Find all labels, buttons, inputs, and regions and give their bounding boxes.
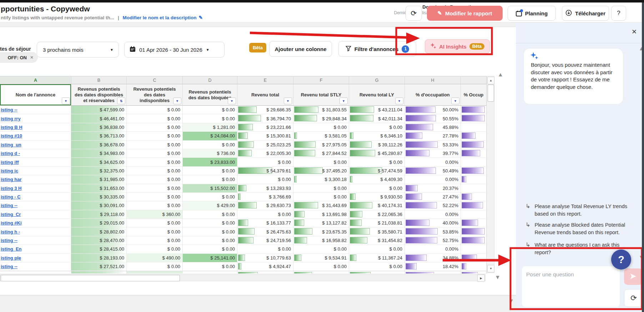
column-filter-dropdown[interactable]: ▼ (451, 97, 459, 104)
column-letter[interactable]: H (405, 76, 461, 84)
rev-total-ly-cell: $ 0.00 (349, 184, 405, 193)
help-bubble-button[interactable]: ? (611, 250, 631, 270)
column-header[interactable]: % d'occupation▼ (405, 84, 461, 106)
listing-link[interactable]: isting iff (1, 160, 19, 165)
occupancy-data-bar (462, 106, 485, 113)
listing-link[interactable]: isting 3 H (1, 186, 22, 191)
column-letter[interactable]: E (237, 76, 293, 84)
ai-insights-button[interactable]: AI Insights Bêta (425, 39, 490, 54)
listing-link[interactable]: isting B H (1, 125, 22, 130)
occupancy-cell: 20.37% (405, 184, 461, 193)
rev-potential-blocked-cell: $ 0.00 (183, 210, 237, 219)
rev-potential-blocked-cell: $ 24,084.00 (183, 132, 237, 140)
column-filter-dropdown[interactable]: ▼ (395, 97, 403, 104)
send-question-button[interactable] (624, 268, 643, 285)
column-header[interactable]: Revenu total STLY▼ (293, 84, 349, 106)
listing-link[interactable]: isting -- (1, 264, 17, 269)
occupancy-cell: 52.75% (405, 236, 461, 245)
column-filter-dropdown[interactable]: ▼ (62, 97, 70, 104)
column-header-label: Revenu total LY (359, 92, 394, 98)
occupancy-data-bar (406, 255, 427, 261)
remove-filter-icon[interactable]: ✕ (30, 55, 34, 60)
period-select[interactable]: 3 prochains mois ▼ (37, 42, 119, 57)
occupancy-2-cell (461, 167, 487, 175)
scroll-down-button[interactable]: ▼ (487, 265, 494, 272)
listing-link[interactable]: isting d - (1, 151, 20, 156)
vertical-scroll-thumb[interactable] (488, 85, 494, 102)
rev-potential-available-cell: $ 31,985.00 (71, 175, 127, 184)
revenue-data-bar (350, 167, 382, 174)
date-range-select[interactable]: 01 Apr 2026 - 30 Jun 2026 ▼ (124, 42, 225, 57)
column-letter[interactable]: B (71, 76, 127, 84)
listing-link[interactable]: isting_Cr (1, 212, 21, 217)
listing-link[interactable]: isting_un (1, 142, 21, 147)
listing-link[interactable]: isting rry (1, 116, 21, 121)
listing-link[interactable]: isting har (1, 177, 22, 182)
column-header[interactable]: Revenu total LY▼ (349, 84, 405, 106)
revenue-data-bar (238, 263, 241, 270)
listing-link[interactable]: isting -- (1, 107, 17, 112)
occupancy-data-bar (462, 141, 484, 148)
column-filter-dropdown[interactable]: ▼ (339, 97, 348, 104)
column-header[interactable]: % Occup (461, 84, 487, 106)
listing-filter-button[interactable]: Filtre d'annonces 1 (338, 41, 416, 57)
column-header[interactable]: Revenu total▼ (237, 84, 293, 106)
listing-link[interactable]: isting -- (1, 238, 17, 243)
listing-link[interactable]: isting ic (1, 168, 18, 173)
revenue-data-bar (238, 150, 252, 156)
listing-link[interactable]: isting #10 (1, 133, 22, 139)
column-header[interactable]: Revenus potentiels des dates indisponibl… (127, 84, 183, 106)
column-filter-dropdown[interactable]: ▼ (173, 97, 181, 104)
active-filter-chip[interactable]: OFF: ON ✕ (0, 52, 38, 63)
add-column-button[interactable]: Ajouter une colonne (269, 41, 332, 57)
column-filter-dropdown[interactable]: ▼ (284, 97, 292, 104)
rev-potential-unavailable-cell: $ 0.00 (127, 132, 183, 140)
column-header[interactable]: Revenus potentiels des dates bloquées▼ (183, 84, 237, 106)
column-letter[interactable]: A (0, 76, 71, 84)
column-header[interactable]: Revenus potentiels des dates disponibles… (71, 84, 127, 106)
sort-icon[interactable]: ⇅ (117, 97, 125, 104)
chat-refresh-button[interactable]: ⟳ (624, 289, 643, 307)
column-filter-dropdown[interactable]: ▼ (228, 97, 236, 104)
column-letter[interactable] (461, 76, 487, 84)
column-letter[interactable]: G (349, 76, 405, 84)
suggested-question[interactable]: ↳ Please analyse Total Revenue LY trends… (525, 203, 630, 218)
edit-report-button[interactable]: ✎ Modifier le rapport (427, 6, 503, 21)
table-vertical-scrollbar[interactable]: ▲ ▼ (487, 76, 494, 273)
rev-potential-unavailable-cell: $ 0.00 (127, 167, 183, 175)
horizontal-scroll-thumb[interactable] (1, 275, 180, 281)
listing-link[interactable]: isting #Ki (1, 220, 22, 226)
column-letter[interactable]: C (127, 76, 183, 84)
header-help-button[interactable]: ? (611, 6, 626, 21)
scroll-right-button[interactable]: ▶ (477, 275, 485, 282)
listing-link[interactable]: isting h - (1, 229, 20, 235)
download-button[interactable]: Télécharger (562, 6, 609, 21)
listing-link[interactable]: isting - C (1, 194, 21, 200)
occupancy-cell: 0.00% (405, 245, 461, 253)
column-letter[interactable]: F (293, 76, 349, 84)
listing-link[interactable]: isting ple (1, 255, 21, 261)
planning-button[interactable]: Planning (508, 6, 556, 21)
close-icon[interactable]: ✕ (632, 28, 637, 36)
scroll-up-button[interactable]: ▲ (487, 77, 494, 84)
column-letter[interactable]: D (183, 76, 237, 84)
rev-total-cell: $ 0.00 (237, 158, 293, 166)
table-row: isting #10$ 36,713.00$ 0.00$ 24,084.00$ … (0, 132, 487, 140)
page-scroll-down-icon[interactable]: ▼ (508, 298, 514, 304)
listing-link[interactable]: isting_En (1, 246, 22, 252)
page-scroll-up-icon[interactable]: ▲ (498, 71, 503, 78)
rev-total-stly-cell: $ 13,691.98 (293, 210, 349, 219)
revenue-data-bar (238, 255, 245, 261)
rev-potential-available-cell: $ 27,521.00 (71, 262, 127, 271)
page-scroll-down-icon[interactable]: ▼ (495, 274, 500, 281)
suggested-question[interactable]: ↳ Please analyse Blocked dates Potential… (525, 221, 630, 236)
listing-link[interactable]: isting -- (1, 203, 17, 208)
column-header[interactable]: Nom de l'annonce▼ (0, 84, 71, 106)
table-horizontal-scrollbar[interactable]: ▶ (0, 274, 485, 281)
edit-name-description-link[interactable]: Modifier le nom et la description ✎ (123, 15, 203, 20)
question-input[interactable] (522, 266, 620, 307)
revenue-data-bar (238, 228, 255, 235)
refresh-data-button[interactable]: ⟳ (406, 6, 422, 21)
rev-total-ly-cell: $ 4,409.30 (349, 175, 405, 184)
funnel-icon (346, 46, 351, 52)
